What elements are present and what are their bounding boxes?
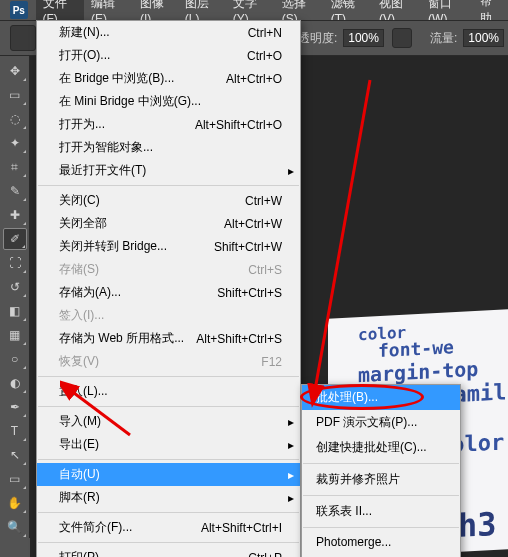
menu-separator [38, 542, 299, 543]
submenu-item-crop[interactable]: 裁剪并修齐照片 [302, 467, 460, 492]
automate-submenu: 批处理(B)... PDF 演示文稿(P)... 创建快捷批处理(C)... 裁… [301, 384, 461, 557]
path-tool-icon[interactable]: ↖ [3, 444, 27, 466]
eyedropper-tool-icon[interactable]: ✎ [3, 180, 27, 202]
menu-item-import[interactable]: 导入(M)▸ [37, 410, 300, 433]
type-tool-icon[interactable]: T [3, 420, 27, 442]
submenu-item-hdr[interactable]: 合并到 HDR Pro... [302, 553, 460, 557]
preview-text: font-we [378, 336, 454, 361]
menu-item-recent[interactable]: 最近打开文件(T)▸ [37, 159, 300, 182]
menu-separator [303, 495, 459, 496]
menu-item-print[interactable]: 打印(P)...Ctrl+P [37, 546, 300, 557]
hand-tool-icon[interactable]: ✋ [3, 492, 27, 514]
app-logo: Ps [10, 1, 28, 19]
crop-tool-icon[interactable]: ⌗ [3, 156, 27, 178]
menu-item-save: 存储(S)Ctrl+S [37, 258, 300, 281]
menu-separator [38, 185, 299, 186]
brush-preset-icon[interactable] [10, 25, 36, 51]
submenu-item-batch[interactable]: 批处理(B)... [302, 385, 460, 410]
menu-separator [38, 406, 299, 407]
opacity-value[interactable]: 100% [343, 29, 384, 47]
menu-item-browse-mini[interactable]: 在 Mini Bridge 中浏览(G)... [37, 90, 300, 113]
eraser-tool-icon[interactable]: ◧ [3, 300, 27, 322]
menu-item-revert: 恢复(V)F12 [37, 350, 300, 373]
menu-item-save-as[interactable]: 存储为(A)...Shift+Ctrl+S [37, 281, 300, 304]
menu-item-browse-bridge[interactable]: 在 Bridge 中浏览(B)...Alt+Ctrl+O [37, 67, 300, 90]
menu-item-new[interactable]: 新建(N)...Ctrl+N [37, 21, 300, 44]
stamp-tool-icon[interactable]: ⛶ [3, 252, 27, 274]
submenu-item-pdf[interactable]: PDF 演示文稿(P)... [302, 410, 460, 435]
chevron-right-icon: ▸ [288, 491, 294, 505]
menu-separator [38, 512, 299, 513]
blur-tool-icon[interactable]: ○ [3, 348, 27, 370]
lasso-tool-icon[interactable]: ◌ [3, 108, 27, 130]
file-menu-dropdown: 新建(N)...Ctrl+N 打开(O)...Ctrl+O 在 Bridge 中… [36, 20, 301, 557]
move-tool-icon[interactable]: ✥ [3, 60, 27, 82]
menu-item-save-web[interactable]: 存储为 Web 所用格式...Alt+Shift+Ctrl+S [37, 327, 300, 350]
wand-tool-icon[interactable]: ✦ [3, 132, 27, 154]
menu-item-scripts[interactable]: 脚本(R)▸ [37, 486, 300, 509]
history-brush-icon[interactable]: ↺ [3, 276, 27, 298]
dodge-tool-icon[interactable]: ◐ [3, 372, 27, 394]
chevron-right-icon: ▸ [288, 468, 294, 482]
chevron-right-icon: ▸ [288, 164, 294, 178]
menubar: Ps 文件(F) 编辑(E) 图像(I) 图层(L) 文字(Y) 选择(S) 滤… [0, 0, 508, 20]
chevron-right-icon: ▸ [288, 415, 294, 429]
preview-text: h3 [458, 505, 497, 545]
zoom-tool-icon[interactable]: 🔍 [3, 516, 27, 538]
brush-tool-icon[interactable]: ✐ [3, 228, 27, 250]
menu-item-close-goto[interactable]: 关闭并转到 Bridge...Shift+Ctrl+W [37, 235, 300, 258]
menu-item-open-smart[interactable]: 打开为智能对象... [37, 136, 300, 159]
pressure-opacity-icon[interactable] [392, 28, 412, 48]
pen-tool-icon[interactable]: ✒ [3, 396, 27, 418]
menu-separator [38, 459, 299, 460]
menu-item-close[interactable]: 关闭(C)Ctrl+W [37, 189, 300, 212]
menu-item-automate[interactable]: 自动(U)▸ [37, 463, 300, 486]
gradient-tool-icon[interactable]: ▦ [3, 324, 27, 346]
menu-item-open-as[interactable]: 打开为...Alt+Shift+Ctrl+O [37, 113, 300, 136]
menu-separator [38, 376, 299, 377]
submenu-item-photomerge[interactable]: Photomerge... [302, 531, 460, 553]
marquee-tool-icon[interactable]: ▭ [3, 84, 27, 106]
tools-panel: ✥ ▭ ◌ ✦ ⌗ ✎ ✚ ✐ ⛶ ↺ ◧ ▦ ○ ◐ ✒ T ↖ ▭ ✋ 🔍 [0, 56, 30, 538]
menu-item-place[interactable]: 置入(L)... [37, 380, 300, 403]
chevron-right-icon: ▸ [288, 438, 294, 452]
shape-tool-icon[interactable]: ▭ [3, 468, 27, 490]
submenu-item-droplet[interactable]: 创建快捷批处理(C)... [302, 435, 460, 460]
menu-item-open[interactable]: 打开(O)...Ctrl+O [37, 44, 300, 67]
menu-separator [303, 527, 459, 528]
menu-item-file-info[interactable]: 文件简介(F)...Alt+Shift+Ctrl+I [37, 516, 300, 539]
submenu-item-contact[interactable]: 联系表 II... [302, 499, 460, 524]
flow-value[interactable]: 100% [463, 29, 504, 47]
menu-item-checkin: 签入(I)... [37, 304, 300, 327]
menu-item-close-all[interactable]: 关闭全部Alt+Ctrl+W [37, 212, 300, 235]
heal-tool-icon[interactable]: ✚ [3, 204, 27, 226]
menu-item-export[interactable]: 导出(E)▸ [37, 433, 300, 456]
flow-label: 流量: [430, 30, 457, 47]
menu-separator [303, 463, 459, 464]
